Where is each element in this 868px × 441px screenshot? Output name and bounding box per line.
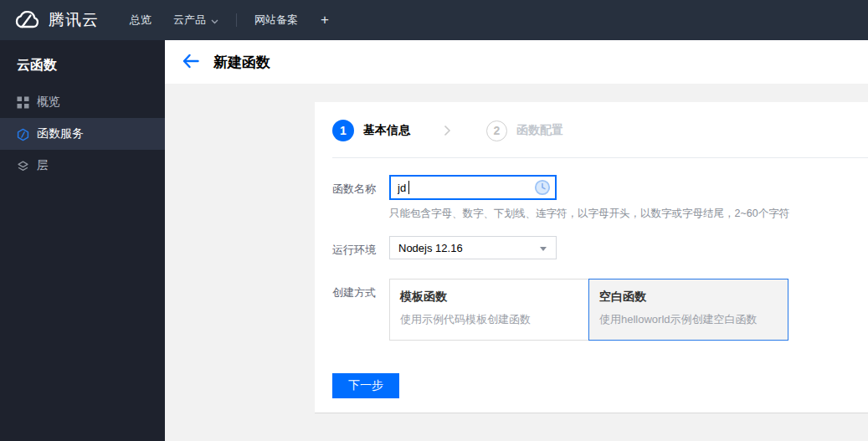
function-hexagon-icon bbox=[17, 128, 29, 141]
tencent-cloud-logo-icon bbox=[13, 10, 41, 30]
triangle-down-icon bbox=[540, 247, 547, 251]
sidebar-item-label: 层 bbox=[37, 158, 49, 173]
function-name-input[interactable] bbox=[389, 175, 557, 200]
content-area: 1 基本信息 2 函数配置 函数名称 bbox=[165, 84, 868, 441]
creation-method-row: 创建方式 模板函数 使用示例代码模板创建函数 空白函数 使用helloworld… bbox=[332, 279, 788, 341]
function-name-row: 函数名称 只能包含字母、数字、下划线、连字符，以字母开头，以数字或字母结尾，2~… bbox=[332, 175, 789, 221]
runtime-row: 运行环境 Nodejs 12.16 bbox=[332, 236, 557, 259]
method-card-desc: 使用示例代码模板创建函数 bbox=[400, 312, 578, 327]
method-card-blank-function[interactable]: 空白函数 使用helloworld示例创建空白函数 bbox=[588, 279, 788, 341]
sidebar-item-function-service[interactable]: 函数服务 bbox=[0, 118, 165, 150]
topnav-divider bbox=[236, 13, 237, 27]
sidebar-item-overview[interactable]: 概览 bbox=[0, 86, 165, 118]
page-title: 新建函数 bbox=[213, 53, 270, 72]
topnav-menu: 总览 云产品 网站备案 + bbox=[119, 0, 341, 40]
step-basic-info: 1 基本信息 bbox=[332, 120, 410, 141]
sidebar: 云函数 概览 函数服务 层 bbox=[0, 40, 165, 441]
brand[interactable]: 腾讯云 bbox=[0, 9, 99, 31]
method-card-template-function[interactable]: 模板函数 使用示例代码模板创建函数 bbox=[389, 279, 589, 341]
section-divider bbox=[332, 157, 868, 158]
topnav-item-products[interactable]: 云产品 bbox=[162, 0, 229, 40]
step-number-badge: 2 bbox=[486, 121, 507, 141]
topnav-item-overview[interactable]: 总览 bbox=[119, 0, 162, 40]
text-cursor bbox=[408, 181, 409, 194]
sidebar-item-label: 概览 bbox=[37, 95, 60, 110]
runtime-label: 运行环境 bbox=[332, 236, 389, 259]
step-number-badge: 1 bbox=[332, 120, 354, 141]
function-name-input-wrap bbox=[389, 175, 557, 200]
function-name-hint: 只能包含字母、数字、下划线、连字符，以字母开头，以数字或字母结尾，2~60个字符 bbox=[389, 207, 789, 221]
arrow-left-icon bbox=[182, 54, 200, 71]
new-function-card: 1 基本信息 2 函数配置 函数名称 bbox=[315, 102, 868, 413]
topnav-item-products-label: 云产品 bbox=[173, 13, 206, 28]
method-card-desc: 使用helloworld示例创建空白函数 bbox=[599, 312, 778, 327]
chevron-down-icon bbox=[211, 14, 218, 27]
chevron-right-icon bbox=[444, 125, 451, 136]
brand-name: 腾讯云 bbox=[49, 9, 99, 31]
add-tab-button[interactable]: + bbox=[309, 12, 341, 28]
topnav-item-icp[interactable]: 网站备案 bbox=[244, 0, 309, 40]
back-button[interactable] bbox=[182, 54, 200, 71]
next-step-button[interactable]: 下一步 bbox=[332, 373, 399, 398]
sidebar-item-layers[interactable]: 层 bbox=[0, 150, 165, 182]
runtime-select[interactable]: Nodejs 12.16 bbox=[389, 236, 557, 259]
function-name-label: 函数名称 bbox=[332, 175, 389, 221]
page-header: 新建函数 bbox=[165, 40, 868, 84]
method-card-group: 模板函数 使用示例代码模板创建函数 空白函数 使用helloworld示例创建空… bbox=[389, 279, 788, 341]
method-card-title: 模板函数 bbox=[400, 290, 578, 305]
clock-icon bbox=[534, 179, 551, 196]
layers-icon bbox=[17, 160, 29, 172]
step-label: 函数配置 bbox=[516, 123, 563, 138]
grid-icon bbox=[17, 96, 29, 109]
method-card-title: 空白函数 bbox=[599, 290, 778, 305]
step-label: 基本信息 bbox=[363, 123, 410, 138]
creation-method-label: 创建方式 bbox=[332, 279, 389, 341]
sidebar-title: 云函数 bbox=[0, 40, 165, 86]
step-function-config: 2 函数配置 bbox=[486, 121, 563, 141]
sidebar-item-label: 函数服务 bbox=[37, 126, 84, 141]
runtime-selected-value: Nodejs 12.16 bbox=[398, 242, 463, 254]
wizard-steps: 1 基本信息 2 函数配置 bbox=[332, 119, 563, 142]
topnav: 腾讯云 总览 云产品 网站备案 + bbox=[0, 0, 868, 40]
